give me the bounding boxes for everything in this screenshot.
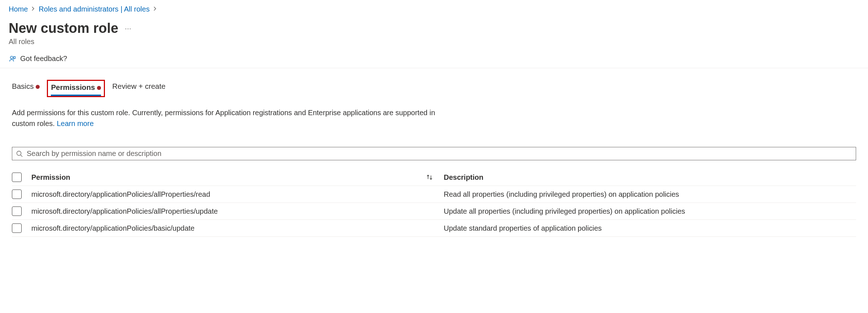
sort-icon[interactable] xyxy=(426,174,433,181)
tab-basics[interactable]: Basics xyxy=(12,81,40,92)
learn-more-link[interactable]: Learn more xyxy=(57,119,93,127)
breadcrumb: Home Roles and administrators | All role… xyxy=(0,0,868,13)
description-cell: Update standard properties of applicatio… xyxy=(444,224,856,232)
description-cell: Update all properties (including privile… xyxy=(444,207,856,216)
search-box[interactable] xyxy=(12,147,856,160)
chevron-right-icon xyxy=(153,6,157,12)
table-row: microsoft.directory/applicationPolicies/… xyxy=(12,186,856,203)
breadcrumb-home[interactable]: Home xyxy=(9,5,28,13)
tab-review-create[interactable]: Review + create xyxy=(112,81,166,92)
row-checkbox[interactable] xyxy=(12,190,22,199)
page-title: New custom role xyxy=(9,21,118,36)
description-cell: Read all properties (including privilege… xyxy=(444,190,856,199)
column-header-description[interactable]: Description xyxy=(444,173,856,182)
page-subtitle: All roles xyxy=(9,38,859,46)
column-header-permission[interactable]: Permission xyxy=(31,173,423,182)
table-header-row: Permission Description xyxy=(12,169,856,186)
error-indicator-icon xyxy=(97,86,101,90)
breadcrumb-roles[interactable]: Roles and administrators | All roles xyxy=(39,5,150,13)
page-header: New custom role ⋯ All roles xyxy=(0,13,868,46)
feedback-icon xyxy=(9,55,17,63)
tab-permissions-highlight: Permissions xyxy=(47,80,105,97)
tab-permissions[interactable]: Permissions xyxy=(51,82,101,96)
select-all-checkbox[interactable] xyxy=(12,173,22,182)
chevron-right-icon xyxy=(31,6,35,12)
table-row: microsoft.directory/applicationPolicies/… xyxy=(12,203,856,220)
tab-basics-label: Basics xyxy=(12,82,34,91)
table-row: microsoft.directory/applicationPolicies/… xyxy=(12,220,856,237)
search-icon xyxy=(16,150,23,157)
permission-cell: microsoft.directory/applicationPolicies/… xyxy=(31,224,444,232)
permission-cell: microsoft.directory/applicationPolicies/… xyxy=(31,207,444,216)
error-indicator-icon xyxy=(36,85,40,89)
svg-point-1 xyxy=(17,151,21,155)
more-options-button[interactable]: ⋯ xyxy=(125,25,132,32)
description-text: Add permissions for this custom role. Cu… xyxy=(0,97,451,129)
tabs: Basics Permissions Review + create xyxy=(0,68,868,97)
row-checkbox[interactable] xyxy=(12,223,22,233)
feedback-button[interactable]: Got feedback? xyxy=(0,46,868,68)
tab-permissions-label: Permissions xyxy=(51,83,95,92)
row-checkbox[interactable] xyxy=(12,207,22,216)
svg-line-2 xyxy=(21,155,22,157)
permission-cell: microsoft.directory/applicationPolicies/… xyxy=(31,190,444,199)
tab-review-label: Review + create xyxy=(112,82,166,91)
search-input[interactable] xyxy=(27,149,852,158)
svg-point-0 xyxy=(10,56,13,58)
feedback-label: Got feedback? xyxy=(20,55,67,63)
permissions-table: Permission Description microsoft.directo… xyxy=(12,169,856,237)
